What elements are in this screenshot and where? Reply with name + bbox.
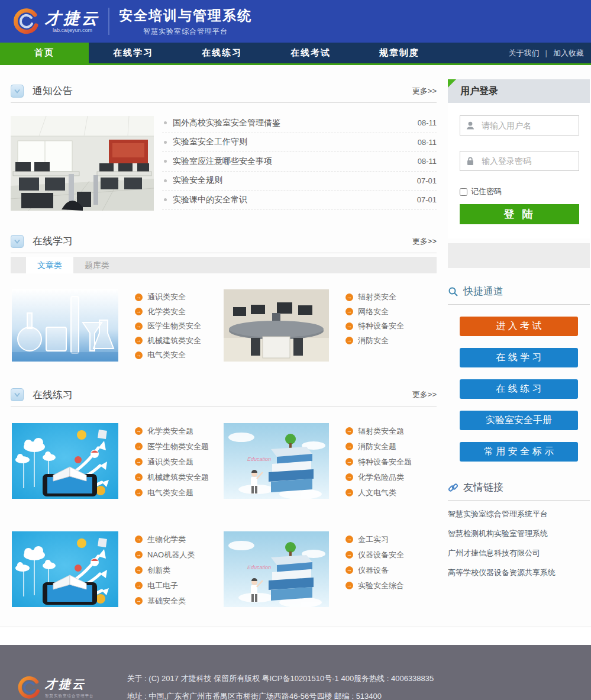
category-link[interactable]: →仪器设备 <box>345 563 433 578</box>
login-title: 用户登录 <box>460 85 498 98</box>
category-link[interactable]: →化学类安全题 <box>135 424 222 439</box>
quick-channel-title: 快捷通道 <box>463 285 503 298</box>
category-link[interactable]: →仪器设备安全 <box>345 547 433 563</box>
logo-name: 才捷云 <box>45 10 100 27</box>
category-link[interactable]: →生物化学类 <box>135 532 222 547</box>
category-link[interactable]: →实验安全综合 <box>345 578 433 593</box>
password-input[interactable] <box>480 156 573 166</box>
category-link[interactable]: →创新类 <box>135 563 222 578</box>
nav-item-rules[interactable]: 规章制度 <box>355 43 444 63</box>
learning-more-link[interactable]: 更多>> <box>412 236 437 247</box>
category-link[interactable]: →机械建筑类安全题 <box>135 470 222 485</box>
arrow-bullet-icon: → <box>345 582 353 589</box>
footer-logo-text: 才捷云 智慧实验室综合管理平台 <box>45 676 94 699</box>
nav-favorite-link[interactable]: 加入收藏 <box>553 48 584 59</box>
footer-logo-swirl-icon <box>17 675 41 700</box>
enter-exam-button[interactable]: 进 入 考 试 <box>460 317 578 336</box>
category-link[interactable]: →消防安全题 <box>345 439 433 454</box>
category-link-label: 消防安全题 <box>358 441 396 452</box>
common-safety-signs-button[interactable]: 常 用 安 全 标 示 <box>460 442 578 462</box>
category-link[interactable]: →医学生物类安全 <box>135 319 222 334</box>
category-link[interactable]: →化学危险品类 <box>345 470 433 485</box>
notice-item-text: 国外高校实验室安全管理借鉴 <box>173 118 280 128</box>
category-link-label: 仪器设备 <box>358 565 389 576</box>
notice-item-text: 实验课中的安全常识 <box>173 195 247 205</box>
category-link[interactable]: →基础安全类 <box>135 593 222 609</box>
friend-link[interactable]: 高等学校仪器设备资源共享系统 <box>448 563 590 582</box>
nav-item-home[interactable]: 首页 <box>0 43 89 63</box>
arrow-bullet-icon: → <box>345 473 353 481</box>
category-link[interactable]: →金工实习 <box>345 532 433 547</box>
remember-checkbox[interactable] <box>460 188 467 196</box>
practice-image-books-2[interactable]: Education <box>224 531 329 609</box>
lab-safety-manual-button[interactable]: 实验室安全手册 <box>460 411 578 430</box>
category-link[interactable]: →电气类安全 <box>135 348 222 363</box>
notice-item[interactable]: 实验课中的安全常识07-01 <box>162 191 437 210</box>
friend-links-header: 友情链接 <box>448 480 590 501</box>
username-input[interactable] <box>480 120 573 131</box>
category-link[interactable]: →通识类安全 <box>135 290 222 305</box>
category-link[interactable]: →医学生物类安全题 <box>135 439 222 454</box>
login-button[interactable]: 登 陆 <box>460 204 579 224</box>
nav-item-online-practice[interactable]: 在线练习 <box>177 43 266 63</box>
friend-links-title: 友情链接 <box>463 480 503 494</box>
category-link-label: 机械建筑类安全题 <box>147 472 209 483</box>
category-link-label: 特种设备安全题 <box>358 457 412 467</box>
site-logo[interactable]: 才捷云 lab.caijeyun.com <box>12 7 100 36</box>
friend-link[interactable]: 智慧实验室综合管理系统平台 <box>448 504 590 524</box>
learning-image-chemistry[interactable] <box>12 289 118 363</box>
friend-link[interactable]: 智慧检测机构实验室管理系统 <box>448 524 590 543</box>
category-link-label: 电气类安全 <box>147 350 186 360</box>
tab-articles[interactable]: 文章类 <box>26 257 73 273</box>
practice-more-link[interactable]: 更多>> <box>412 389 437 400</box>
category-link[interactable]: →通识类安全题 <box>135 454 222 470</box>
notice-item-date: 07-01 <box>417 195 437 204</box>
category-link-label: 化学危险品类 <box>358 472 404 483</box>
practice-links-r2c1: →生物化学类 →NAO机器人类 →创新类 →电工电子 →基础安全类 <box>118 531 222 609</box>
notice-photo[interactable] <box>11 116 154 211</box>
category-link[interactable]: →辐射类安全 <box>345 290 433 305</box>
notice-item[interactable]: 实验室安全工作守则08-11 <box>162 133 437 153</box>
nav-about-link[interactable]: 关于我们 <box>509 48 540 59</box>
nav-item-online-learning[interactable]: 在线学习 <box>89 43 177 63</box>
learning-image-lab-desk[interactable] <box>224 289 329 363</box>
nav-item-online-exam[interactable]: 在线考试 <box>266 43 355 63</box>
category-link[interactable]: →网络安全 <box>345 305 433 320</box>
category-link-label: 通识类安全 <box>147 292 186 302</box>
category-link[interactable]: →人文电气类 <box>345 485 433 501</box>
tab-question-bank[interactable]: 题库类 <box>73 257 121 273</box>
category-link[interactable]: →辐射类安全题 <box>345 424 433 439</box>
category-link-label: 电工电子 <box>147 580 178 591</box>
search-icon <box>448 286 458 297</box>
category-link-label: 医学生物类安全题 <box>147 441 209 452</box>
online-practice-button[interactable]: 在 线 练 习 <box>460 379 578 399</box>
category-link[interactable]: →特种设备安全题 <box>345 454 433 470</box>
friend-link[interactable]: 广州才捷信息科技有限公司 <box>448 543 590 563</box>
category-link-label: 消防安全 <box>358 336 389 346</box>
notice-item[interactable]: 实验室应注意哪些安全事项08-11 <box>162 152 437 172</box>
lock-icon <box>466 156 475 166</box>
practice-image-books[interactable]: Education <box>224 423 329 501</box>
category-link[interactable]: →机械建筑类安全 <box>135 334 222 349</box>
arrow-bullet-icon: → <box>345 427 353 435</box>
category-link[interactable]: →特种设备安全 <box>345 319 433 334</box>
logo-swirl-icon <box>12 7 40 36</box>
notice-item[interactable]: 国外高校实验室安全管理借鉴08-11 <box>162 114 437 133</box>
category-link[interactable]: →消防安全 <box>345 334 433 349</box>
arrow-bullet-icon: → <box>135 427 143 435</box>
password-field-wrap <box>460 151 579 171</box>
practice-image-tablet[interactable] <box>12 423 118 501</box>
online-learning-button[interactable]: 在 线 学 习 <box>460 348 578 367</box>
notice-more-link[interactable]: 更多>> <box>412 86 437 96</box>
category-link[interactable]: →电气类安全题 <box>135 485 222 501</box>
nav-right: 关于我们 | 加入收藏 <box>509 43 591 63</box>
category-link[interactable]: →电工电子 <box>135 578 222 593</box>
category-link[interactable]: →化学类安全 <box>135 305 222 320</box>
practice-image-tablet-2[interactable] <box>12 531 118 609</box>
notice-item[interactable]: 实验安全规则07-01 <box>162 172 437 191</box>
main-nav: 首页 在线学习 在线练习 在线考试 规章制度 关于我们 | 加入收藏 <box>0 43 591 65</box>
category-link[interactable]: →NAO机器人类 <box>135 547 222 563</box>
category-link-label: 辐射类安全 <box>358 292 396 302</box>
notice-item-date: 08-11 <box>418 118 437 127</box>
footer-logo-name: 才捷云 <box>45 676 94 692</box>
